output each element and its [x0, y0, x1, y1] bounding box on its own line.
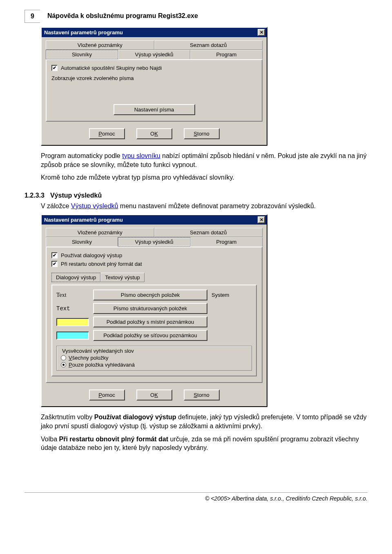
body-paragraph: V záložce Výstup výsledků menu nastavení…: [41, 202, 368, 211]
local-note-bg-button[interactable]: Podklad položky s místní poznámkou: [93, 316, 207, 327]
tab-row-back: Vložené poznámky Seznam dotazů: [46, 40, 263, 50]
general-font-button[interactable]: Písmo obecných položek: [93, 289, 207, 300]
page-footer: © <2005> Albertina data, s.r.o., Crediti…: [24, 492, 368, 502]
auto-run-checkbox[interactable]: ✔: [51, 65, 58, 71]
tab-notes[interactable]: Vložené poznámky: [46, 40, 154, 50]
radio-all-items[interactable]: [61, 355, 66, 360]
subtab-dialog-output[interactable]: Dialogový výstup: [51, 273, 100, 282]
tab-dictionaries[interactable]: Slovníky: [46, 237, 118, 247]
body-paragraph: Volba Při restartu obnovit plný formát d…: [41, 435, 368, 452]
structured-font-button[interactable]: Písmo strukturovaných položek: [93, 303, 207, 314]
radio-only-searched[interactable]: [61, 362, 66, 367]
close-icon[interactable]: ✕: [258, 29, 265, 36]
page-header: 9 Nápověda k obslužnému programu Regist3…: [24, 10, 368, 23]
local-note-color-swatch[interactable]: [56, 318, 89, 326]
tab-program[interactable]: Program: [190, 237, 263, 247]
section-heading: 1.2.3.3 Výstup výsledků: [24, 192, 368, 199]
font-sample: Text: [56, 305, 89, 312]
close-icon[interactable]: ✕: [258, 216, 265, 223]
tab-output[interactable]: Výstup výsledků: [118, 237, 190, 247]
tab-panel-output: ✔ Používat dialogový výstup ✔ Při restar…: [46, 247, 263, 383]
tab-output[interactable]: Výstup výsledků: [118, 50, 190, 59]
network-note-bg-button[interactable]: Podklad položky se síťovou poznámkou: [93, 330, 207, 341]
titlebar: Nastavení parametrů programu ✕: [42, 215, 267, 225]
highlight-groupbox: Vysvěcování vyhledaných slov Všechny pol…: [56, 346, 252, 371]
tab-queries[interactable]: Seznam dotazů: [154, 40, 263, 50]
restore-full-format-label: Při restartu obnovit plný formát dat: [61, 261, 142, 267]
titlebar: Nastavení parametrů programu ✕: [42, 28, 267, 37]
link-vystup-vysledku[interactable]: Výstup výsledků: [71, 202, 118, 209]
dialog-buttons: Pomoc OK Storno: [46, 125, 263, 141]
cancel-button[interactable]: Storno: [184, 389, 220, 400]
body-paragraph: Zaškrtnutím volby Používat dialogový výs…: [41, 413, 368, 430]
settings-dialog-1: Nastavení parametrů programu ✕ Vložené p…: [41, 27, 267, 146]
font-settings-button[interactable]: Nastavení písma: [114, 104, 195, 115]
font-name-label: System: [212, 292, 229, 298]
font-sample: Text: [56, 292, 89, 298]
link-type-slovniku[interactable]: typu slovníku: [122, 152, 160, 159]
help-button[interactable]: Pomoc: [89, 128, 125, 139]
tab-queries[interactable]: Seznam dotazů: [154, 228, 263, 237]
font-sample-label: Zobrazuje vzorek zvoleného písma: [51, 75, 257, 81]
section-title: Výstup výsledků: [50, 192, 102, 199]
page-number: 9: [24, 10, 40, 23]
tab-row-front: Slovníky Výstup výsledků Program: [46, 50, 263, 59]
subtab-text-output[interactable]: Textový výstup: [100, 273, 144, 282]
section-number: 1.2.3.3: [24, 192, 45, 199]
body-paragraph: Program automaticky podle typu slovníku …: [41, 151, 368, 169]
tab-dictionaries[interactable]: Slovníky: [46, 50, 118, 59]
settings-dialog-2: Nastavení parametrů programu ✕ Vložené p…: [41, 214, 267, 407]
subtab-panel: Text Písmo obecných položek System Text …: [51, 285, 257, 376]
dialog-buttons: Pomoc OK Storno: [46, 386, 263, 402]
tab-notes[interactable]: Vložené poznámky: [46, 228, 154, 237]
body-paragraph: Kromě toho zde můžete vybrat typ písma p…: [41, 173, 368, 182]
group-legend: Vysvěcování vyhledaných slov: [61, 348, 135, 354]
tab-panel-dictionaries: ✔ Automatické spouštění Skupiny nebo Naj…: [46, 59, 263, 122]
auto-run-label: Automatické spouštění Skupiny nebo Najdi: [61, 65, 162, 71]
help-button[interactable]: Pomoc: [89, 389, 125, 400]
ok-button[interactable]: OK: [136, 128, 172, 139]
restore-full-format-checkbox[interactable]: ✔: [51, 261, 58, 267]
network-note-color-swatch[interactable]: [56, 332, 89, 340]
page-title: Nápověda k obslužnému programu Regist32.…: [47, 10, 198, 20]
ok-button[interactable]: OK: [136, 389, 172, 400]
use-dialog-output-checkbox[interactable]: ✔: [51, 252, 58, 258]
cancel-button[interactable]: Storno: [184, 128, 220, 139]
dialog-title: Nastavení parametrů programu: [44, 29, 123, 36]
dialog-title: Nastavení parametrů programu: [44, 217, 123, 223]
use-dialog-output-label: Používat dialogový výstup: [61, 252, 122, 258]
tab-program[interactable]: Program: [190, 50, 263, 59]
